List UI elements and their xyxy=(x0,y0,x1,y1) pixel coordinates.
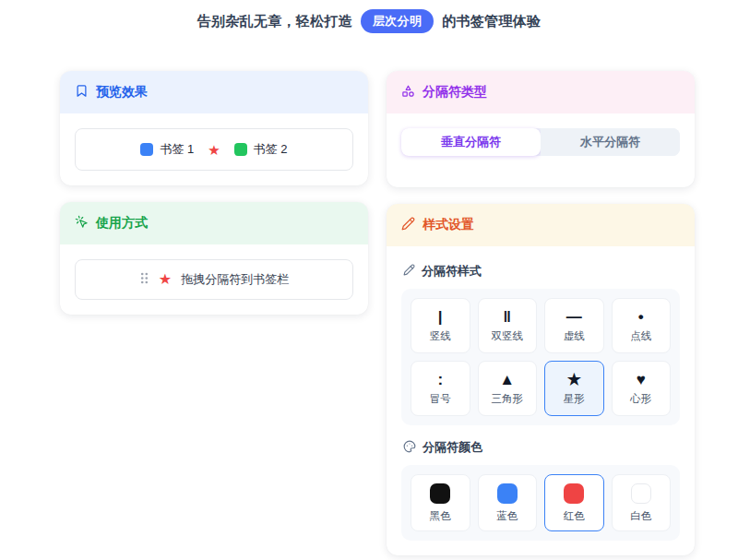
separator-type-card: 分隔符类型 垂直分隔符 水平分隔符 xyxy=(387,71,695,187)
pen-icon xyxy=(403,264,415,279)
dashed-line-glyph: — xyxy=(566,309,582,325)
usage-card: 使用方式 ★ 拖拽分隔符到书签栏 xyxy=(60,202,368,315)
separator-type-title: 分隔符类型 xyxy=(423,84,487,101)
style-settings-body: 分隔符样式 | 竖线 ‖ 双竖线 — 虚线 xyxy=(387,246,695,555)
hero-text-suffix: 的书签管理体验 xyxy=(442,13,541,30)
draggable-separator-item[interactable]: ★ 拖拽分隔符到书签栏 xyxy=(75,259,353,300)
hero-text-prefix: 告别杂乱无章，轻松打造 xyxy=(197,13,352,30)
style-settings-card: 样式设置 分隔符样式 | 竖线 ‖ 双竖线 xyxy=(387,204,695,555)
style-option-star[interactable]: ★ 星形 xyxy=(544,361,604,416)
bookmark-item-2: 书签 2 xyxy=(234,141,288,158)
hero-badge: 层次分明 xyxy=(361,9,434,33)
separator-style-label-text: 分隔符样式 xyxy=(422,263,482,280)
pen-icon xyxy=(401,217,415,233)
separator-style-section-label: 分隔符样式 xyxy=(403,263,680,280)
palette-icon xyxy=(403,440,416,456)
style-option-triangle[interactable]: ▲ 三角形 xyxy=(478,361,538,416)
separator-type-body: 垂直分隔符 水平分隔符 xyxy=(387,113,695,187)
red-swatch xyxy=(564,483,584,504)
separator-type-tabs: 垂直分隔符 水平分隔符 xyxy=(401,128,680,156)
double-line-glyph: ‖ xyxy=(504,309,511,325)
separator-color-section-label: 分隔符颜色 xyxy=(403,439,680,456)
style-option-vertical-line[interactable]: | 竖线 xyxy=(411,298,470,353)
separator-color-grid: 黑色 蓝色 红色 白色 xyxy=(401,465,680,541)
tab-vertical-separator[interactable]: 垂直分隔符 xyxy=(401,128,541,156)
preview-card-header: 预览效果 xyxy=(60,71,368,113)
preview-card-body: 书签 1 ★ 书签 2 xyxy=(60,113,368,185)
vertical-line-glyph: | xyxy=(438,309,443,325)
left-column: 预览效果 书签 1 ★ 书签 2 使用方式 xyxy=(60,71,368,315)
style-option-dotted-line[interactable]: • 点线 xyxy=(612,298,672,353)
separator-star-icon: ★ xyxy=(208,143,220,157)
preview-card-title: 预览效果 xyxy=(96,84,148,101)
color-option-white[interactable]: 白色 xyxy=(612,474,672,531)
color-option-red[interactable]: 红色 xyxy=(544,474,604,531)
style-settings-header: 样式设置 xyxy=(387,204,695,246)
black-swatch xyxy=(430,483,450,504)
usage-card-header: 使用方式 xyxy=(60,202,368,244)
color-option-blue[interactable]: 蓝色 xyxy=(478,474,538,531)
drag-handle-icon xyxy=(139,271,149,288)
style-option-heart[interactable]: ♥ 心形 xyxy=(612,361,672,416)
separator-type-header: 分隔符类型 xyxy=(387,71,695,113)
colon-glyph: : xyxy=(437,372,443,387)
bookmark1-label: 书签 1 xyxy=(160,141,194,158)
cursor-click-icon xyxy=(75,215,89,232)
white-swatch xyxy=(631,483,651,504)
style-settings-title: 样式设置 xyxy=(423,217,474,233)
color-option-black[interactable]: 黑色 xyxy=(411,474,470,531)
shapes-icon xyxy=(401,84,415,101)
style-option-dashed-line[interactable]: — 虚线 xyxy=(544,298,604,353)
star-glyph: ★ xyxy=(567,372,581,387)
triangle-glyph: ▲ xyxy=(499,372,515,387)
bookmark-icon xyxy=(75,84,89,101)
tab-horizontal-separator[interactable]: 水平分隔符 xyxy=(541,128,680,156)
dot-glyph: • xyxy=(638,309,644,325)
style-option-double-line[interactable]: ‖ 双竖线 xyxy=(478,298,538,353)
bookmark2-label: 书签 2 xyxy=(254,141,288,158)
right-column: 分隔符类型 垂直分隔符 水平分隔符 样式设置 分隔符样式 xyxy=(387,71,695,555)
preview-card: 预览效果 书签 1 ★ 书签 2 xyxy=(60,71,368,185)
hero-tagline: 告别杂乱无章，轻松打造 层次分明 的书签管理体验 xyxy=(0,9,738,33)
style-option-colon[interactable]: : 冒号 xyxy=(411,361,470,416)
usage-card-title: 使用方式 xyxy=(96,215,148,232)
separator-star-icon: ★ xyxy=(159,272,172,287)
bookmark-bar-preview: 书签 1 ★ 书签 2 xyxy=(75,128,353,171)
usage-instruction: 拖拽分隔符到书签栏 xyxy=(181,271,289,288)
bookmark2-favicon xyxy=(234,143,247,156)
bookmark-item-1: 书签 1 xyxy=(140,141,194,158)
heart-glyph: ♥ xyxy=(637,372,646,387)
blue-swatch xyxy=(497,483,518,504)
bookmark1-favicon xyxy=(140,143,153,156)
usage-card-body: ★ 拖拽分隔符到书签栏 xyxy=(60,244,368,315)
separator-color-label-text: 分隔符颜色 xyxy=(423,439,482,456)
separator-style-grid: | 竖线 ‖ 双竖线 — 虚线 • 点线 xyxy=(401,289,680,425)
main-columns: 预览效果 书签 1 ★ 书签 2 使用方式 xyxy=(0,33,738,555)
